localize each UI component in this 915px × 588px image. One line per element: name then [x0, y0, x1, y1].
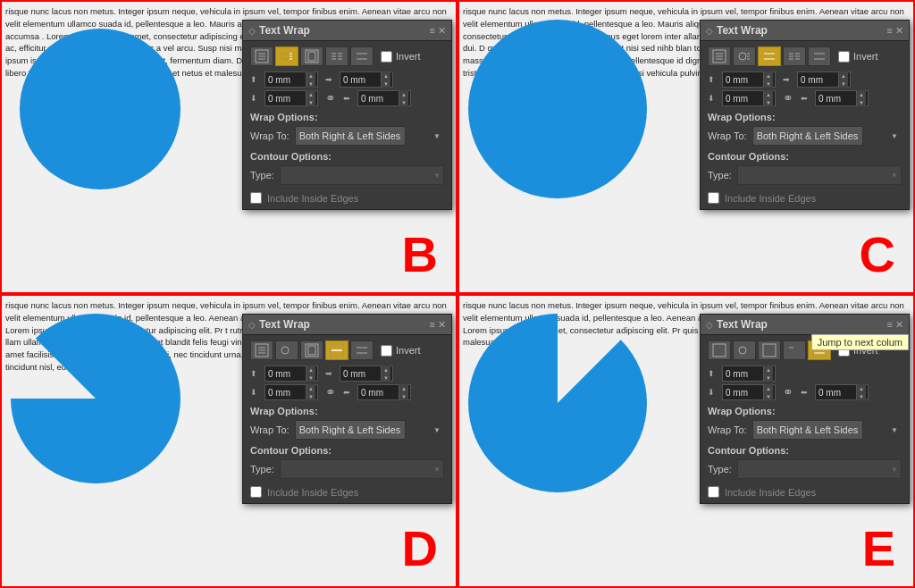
offset-left-down-b[interactable]: ▼	[399, 98, 408, 106]
panel-header-d[interactable]: ◇ Text Wrap ≡ ✕	[243, 315, 451, 335]
offset-bottom-up-d[interactable]: ▲	[306, 384, 315, 392]
menu-icon-d[interactable]: ≡	[430, 319, 435, 331]
circle-b	[20, 29, 180, 189]
offset-left-input-d[interactable]	[358, 388, 399, 398]
offset-top-up-e[interactable]: ▲	[764, 365, 773, 374]
wrap-btn-top-c[interactable]	[808, 46, 831, 66]
panel-header-e[interactable]: ◇ Text Wrap ≡ ✕	[701, 315, 909, 335]
wrap-btn-next-d[interactable]	[325, 340, 348, 360]
offset-left-input-e[interactable]	[816, 388, 856, 398]
invert-checkbox-c[interactable]	[838, 51, 850, 63]
wrap-to-select-b[interactable]: Both Right & Left Sides	[295, 126, 406, 146]
wrap-to-select-d[interactable]: Both Right & Left Sides	[295, 420, 406, 440]
menu-icon-c[interactable]: ≡	[887, 25, 893, 37]
wrap-btn-none-b[interactable]	[250, 46, 273, 66]
offset-left-down-c[interactable]: ▼	[857, 98, 866, 106]
offset-bottom-up-c[interactable]: ▲	[764, 90, 773, 98]
offset-right-up-d[interactable]: ▲	[382, 365, 390, 374]
wrap-btn-wrap-d[interactable]	[275, 340, 298, 360]
offset-top-up-c[interactable]: ▲	[764, 71, 773, 80]
include-edges-cb-c[interactable]	[708, 192, 719, 204]
wrap-btn-none-c[interactable]	[708, 46, 731, 66]
panel-header-c[interactable]: ◇ Text Wrap ≡ ✕	[701, 21, 909, 41]
include-edges-cb-e[interactable]	[708, 486, 719, 498]
offset-bottom-up-e[interactable]: ▲	[764, 384, 773, 392]
offset-bottom-down-b[interactable]: ▼	[306, 98, 315, 106]
offset-bottom-input-d[interactable]	[265, 388, 306, 398]
offset-bottom-down-d[interactable]: ▼	[306, 392, 315, 400]
offset-left-down-e[interactable]: ▼	[857, 392, 866, 400]
offset-left-up-c[interactable]: ▲	[857, 90, 866, 98]
link-icon-c[interactable]: ⚭	[783, 91, 793, 105]
offset-left-down-d[interactable]: ▼	[399, 392, 408, 400]
offset-top-input-e[interactable]	[723, 369, 763, 379]
textwrap-panel-c: ◇ Text Wrap ≡ ✕	[700, 20, 910, 210]
wrap-btn-next-e[interactable]	[783, 340, 806, 360]
invert-checkbox-b[interactable]	[381, 51, 392, 63]
offset-left-input-b[interactable]	[358, 94, 399, 104]
menu-icon-b[interactable]: ≡	[430, 25, 435, 37]
wrap-btn-top-d[interactable]	[350, 340, 374, 360]
offset-top-down-c[interactable]: ▼	[764, 80, 773, 88]
wrap-btn-jump-e[interactable]	[758, 340, 781, 360]
wrap-btn-none-d[interactable]	[250, 340, 273, 360]
offset-bottom-down-e[interactable]: ▼	[764, 392, 773, 400]
offset-top-down-b[interactable]: ▼	[306, 80, 315, 88]
offset-top-up-d[interactable]: ▲	[306, 365, 315, 374]
offset-right-down-d[interactable]: ▼	[382, 374, 390, 382]
menu-icon-e[interactable]: ≡	[887, 319, 893, 331]
offset-top-down-d[interactable]: ▼	[306, 374, 315, 382]
cell-e: risque nunc lacus non metus. Integer ips…	[458, 294, 915, 588]
wrap-btn-next-c[interactable]	[783, 46, 806, 66]
wrap-btn-wrap-c[interactable]	[733, 46, 756, 66]
offset-bottom-input-e[interactable]	[723, 388, 763, 398]
close-icon-d[interactable]: ✕	[438, 319, 446, 331]
offset-left-up-e[interactable]: ▲	[857, 384, 866, 392]
offset-left-input-c[interactable]	[816, 94, 856, 104]
type-select-c[interactable]	[737, 165, 902, 185]
wrap-btn-wrap-b[interactable]	[275, 46, 298, 66]
panel-header-b[interactable]: ◇ Text Wrap ≡ ✕	[243, 21, 451, 41]
offset-top-up-b[interactable]: ▲	[306, 71, 315, 80]
offset-bottom-down-c[interactable]: ▼	[764, 98, 773, 106]
wrap-btn-jump-b[interactable]	[300, 46, 323, 66]
wrap-btn-jump-c[interactable]	[758, 46, 781, 66]
link-icon-d[interactable]: ⚭	[325, 385, 336, 399]
offset-top-input-b[interactable]	[265, 75, 306, 85]
panel-body-b: Invert ⬆ ▲ ▼	[243, 41, 451, 209]
offset-right-input-c[interactable]	[798, 75, 838, 85]
offset-right-input-b[interactable]	[340, 75, 381, 85]
offset-right-down-c[interactable]: ▼	[839, 80, 848, 88]
offset-bottom-up-b[interactable]: ▲	[306, 90, 315, 98]
wrap-btn-jump-d[interactable]	[300, 340, 323, 360]
offset-top-down-e[interactable]: ▼	[764, 374, 773, 382]
offset-left-up-b[interactable]: ▲	[399, 90, 408, 98]
wrap-btn-wrap-e[interactable]	[733, 340, 756, 360]
wrap-to-select-e[interactable]: Both Right & Left Sides	[752, 420, 863, 440]
link-icon-e[interactable]: ⚭	[783, 385, 793, 399]
close-icon-c[interactable]: ✕	[895, 25, 903, 37]
offset-right-down-b[interactable]: ▼	[382, 80, 390, 88]
offset-right-input-d[interactable]	[340, 369, 381, 379]
wrap-btn-top-b[interactable]	[350, 46, 374, 66]
include-edges-cb-b[interactable]	[250, 192, 262, 204]
close-icon-e[interactable]: ✕	[895, 319, 903, 331]
offset-right-up-b[interactable]: ▲	[382, 71, 390, 80]
include-edges-row-e: Include Inside Edges	[708, 486, 902, 498]
include-edges-cb-d[interactable]	[250, 486, 262, 498]
wrap-to-select-c[interactable]: Both Right & Left Sides	[752, 126, 863, 146]
link-icon-b[interactable]: ⚭	[325, 91, 336, 105]
type-select-b[interactable]	[280, 165, 444, 185]
offset-bottom-input-b[interactable]	[265, 94, 306, 104]
offset-right-up-c[interactable]: ▲	[839, 71, 848, 80]
offset-left-up-d[interactable]: ▲	[399, 384, 408, 392]
wrap-btn-next-b[interactable]	[325, 46, 348, 66]
invert-checkbox-d[interactable]	[381, 345, 392, 357]
type-select-e[interactable]	[737, 459, 902, 479]
offset-top-input-c[interactable]	[723, 75, 763, 85]
close-icon-b[interactable]: ✕	[438, 25, 446, 37]
offset-top-input-d[interactable]	[265, 369, 306, 379]
wrap-btn-none-e[interactable]	[708, 340, 731, 360]
offset-bottom-input-c[interactable]	[723, 94, 763, 104]
type-select-d[interactable]	[280, 459, 444, 479]
